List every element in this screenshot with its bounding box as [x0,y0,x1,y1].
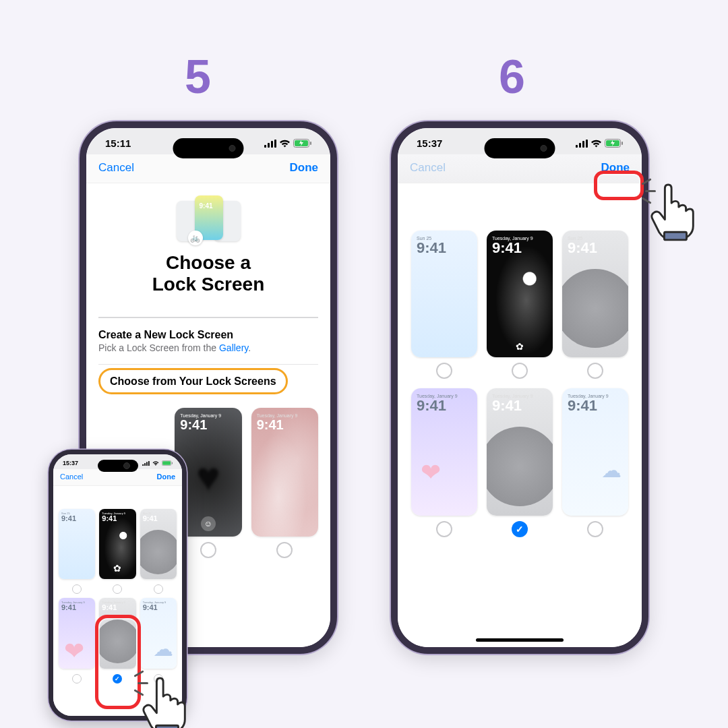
svg-rect-12 [162,461,171,464]
callout-ring-done [594,171,644,200]
svg-rect-15 [576,145,578,148]
svg-rect-16 [579,143,581,148]
svg-rect-17 [582,141,584,148]
dynamic-island [98,460,138,472]
done-button[interactable]: Done [157,473,176,481]
title-line2: Lock Screen [152,274,265,295]
signal-icon [264,140,276,148]
battery-icon [162,460,173,466]
radio-unchecked[interactable] [72,584,82,594]
lockscreen-option[interactable]: Tuesday, January 99:41 [59,598,95,683]
step-number-5: 5 [185,50,211,104]
svg-rect-13 [172,462,173,464]
radio-unchecked[interactable] [436,363,452,379]
signal-icon [576,140,588,148]
svg-rect-9 [146,462,148,466]
lockscreen-grid: Sun 259:41 Tuesday, January 99:41✿ Sun 2… [398,183,642,557]
svg-rect-18 [586,140,588,148]
done-button[interactable]: Done [290,161,319,175]
bike-icon: 🚲 [188,231,203,245]
radio-unchecked[interactable] [276,542,293,558]
choose-existing-section: Choose from Your Lock Screens [98,364,318,398]
hand-pointer-icon [648,181,701,241]
radio-unchecked[interactable] [154,674,163,684]
hero-section: 9:41 🚲 Choose a Lock Screen [98,183,318,310]
svg-rect-14 [156,725,178,728]
hero-preview-icon: 9:41 🚲 [177,195,241,243]
lockscreen-option[interactable]: Tuesday, January 99:41✿ [99,509,135,594]
status-time: 15:37 [63,460,78,466]
lockscreen-option[interactable]: Tuesday, January 99:41 [140,598,177,683]
dynamic-island [485,138,555,158]
create-new-section[interactable]: Create a New Lock Screen Pick a Lock Scr… [98,317,318,364]
lockscreen-option-clouds[interactable]: Tuesday, January 9 9:41 [251,408,318,558]
radio-unchecked[interactable] [587,521,603,537]
radio-unchecked[interactable] [154,584,163,594]
svg-rect-7 [142,464,144,465]
svg-rect-8 [144,462,146,465]
create-new-desc: Pick a Lock Screen from the Gallery. [98,342,318,353]
svg-rect-6 [310,142,311,145]
cancel-button[interactable]: Cancel [98,161,134,175]
paw-icon: ✿ [516,341,524,352]
signal-icon [142,461,150,466]
lockscreen-option[interactable]: Tuesday, January 99:41✿ [487,231,553,379]
home-indicator[interactable] [476,638,564,642]
lockscreen-option[interactable]: Tuesday, January 99:41 [411,388,477,537]
wifi-icon [590,140,602,148]
lockscreen-option[interactable]: Sun 259:41 [562,231,628,379]
lockscreen-option-selected[interactable]: Tuesday, January 99:41 [487,388,553,537]
status-time: 15:11 [105,138,131,149]
svg-rect-10 [148,461,150,466]
phone-step-6: 15:37 Cancel Done Sun 259:41 Tuesday, Ja… [391,121,648,654]
cancel-button[interactable]: Cancel [60,473,83,481]
svg-rect-2 [271,141,273,148]
status-time: 15:37 [417,138,442,149]
battery-icon [293,139,311,148]
battery-icon [605,139,623,148]
dynamic-island [173,138,244,158]
cancel-button[interactable]: Cancel [410,161,446,175]
step-number-6: 6 [499,50,525,104]
smile-icon: ☺ [201,516,216,531]
radio-unchecked[interactable] [512,363,528,379]
choose-from-lockscreens-title: Choose from Your Lock Screens [98,368,288,394]
page-title: Choose a Lock Screen [152,252,265,295]
radio-unchecked[interactable] [200,542,216,558]
svg-rect-3 [274,140,276,148]
paw-icon: ✿ [113,563,121,574]
lockscreen-option[interactable]: Tuesday, January 99:41 [562,388,628,537]
radio-unchecked[interactable] [113,584,122,594]
lockscreen-option[interactable]: Sun 259:41 [140,509,177,594]
svg-rect-0 [264,145,266,148]
radio-unchecked[interactable] [587,363,603,379]
hero-preview-time: 9:41 [200,202,213,210]
create-new-title: Create a New Lock Screen [98,329,318,341]
lockscreen-option[interactable]: Sun 259:41 [411,231,477,379]
wifi-icon [279,140,291,148]
gallery-link[interactable]: Gallery [219,342,248,353]
svg-rect-21 [621,142,623,145]
radio-unchecked[interactable] [436,521,452,537]
radio-unchecked[interactable] [72,674,82,684]
svg-rect-22 [664,232,686,240]
radio-checked[interactable] [512,521,528,537]
lockscreen-option[interactable]: Sun 259:41 [59,509,95,594]
nav-bar: Cancel Done [86,154,330,183]
title-line1: Choose a [166,252,251,273]
wifi-icon [152,461,159,466]
svg-rect-1 [268,143,270,148]
callout-ring-select [95,615,141,709]
